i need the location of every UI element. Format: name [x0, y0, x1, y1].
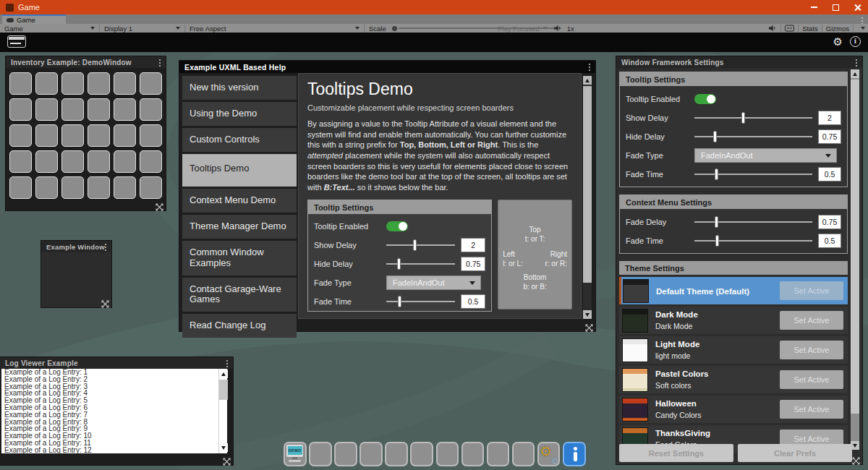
taskbar-slot[interactable] [334, 442, 357, 466]
set-active-button[interactable]: Set Active [780, 281, 843, 300]
fade-type-dropdown[interactable]: FadeInAndOut [386, 275, 481, 290]
taskbar-slot[interactable] [385, 442, 408, 466]
framework-menu-icon[interactable] [854, 58, 859, 68]
inventory-slot[interactable] [61, 150, 84, 173]
tooltip-enabled-toggle[interactable] [694, 94, 716, 104]
inventory-slot[interactable] [9, 98, 32, 121]
taskbar-slot[interactable] [512, 442, 535, 466]
inventory-slot[interactable] [61, 72, 84, 95]
gizmos-chevron-icon[interactable] [861, 27, 865, 30]
fade-type-dropdown[interactable]: FadeInAndOut [694, 148, 837, 163]
taskbar-slot[interactable] [359, 442, 383, 466]
inventory-slot[interactable] [114, 72, 136, 95]
demo-menu-button[interactable] [7, 35, 26, 48]
aspect-dropdown[interactable]: Free Aspect [185, 24, 365, 33]
resize-handle-icon[interactable] [585, 322, 593, 330]
inventory-slot[interactable] [61, 98, 84, 121]
inventory-slot[interactable] [35, 98, 58, 121]
inventory-slot[interactable] [114, 98, 136, 121]
monitor-icon[interactable] [785, 25, 794, 32]
taskbar-slot[interactable] [436, 442, 459, 466]
resize-handle-icon[interactable] [156, 201, 163, 209]
inventory-slot[interactable] [88, 98, 110, 121]
inventory-slot[interactable] [140, 98, 162, 121]
inventory-slot[interactable] [88, 176, 110, 199]
fade-time-value[interactable]: 0.5 [818, 167, 841, 181]
mute-audio-icon[interactable] [553, 25, 562, 32]
inventory-slot[interactable] [140, 72, 162, 95]
scroll-thumb[interactable] [851, 80, 859, 414]
help-scrollbar[interactable] [583, 76, 592, 319]
theme-item-default[interactable]: Default Theme (Default) Set Active [619, 277, 848, 304]
reset-settings-button[interactable]: Reset Settings [619, 444, 733, 462]
play-focused-dropdown[interactable]: Play Focused [498, 24, 562, 33]
inventory-slot[interactable] [88, 124, 110, 147]
inventory-slot[interactable] [88, 150, 110, 173]
hide-delay-slider[interactable] [694, 131, 812, 142]
inventory-slot[interactable] [35, 176, 58, 199]
menu-item-new-this-version[interactable]: New this version [182, 76, 297, 100]
help-window-header[interactable]: Example UXML Based Help [179, 61, 595, 73]
show-delay-value[interactable]: 2 [818, 111, 841, 125]
menu-item-read-change-log[interactable]: Read Change Log [182, 314, 297, 338]
inventory-slot[interactable] [35, 72, 58, 95]
menu-item-tooltips-demo[interactable]: Tooltips Demo [182, 154, 297, 187]
taskbar-slot[interactable] [410, 442, 433, 466]
scroll-up-button[interactable] [219, 369, 228, 378]
set-active-button[interactable]: Set Active [780, 400, 843, 419]
inventory-slot[interactable] [88, 72, 110, 95]
inventory-slot[interactable] [9, 176, 32, 199]
game-mode-dropdown[interactable]: Game [0, 24, 100, 33]
tab-game[interactable]: Game [2, 14, 66, 24]
scroll-down-button[interactable] [219, 443, 228, 452]
taskbar-slot[interactable] [461, 442, 485, 466]
info-button[interactable]: i [850, 36, 861, 47]
inventory-slot[interactable] [114, 176, 136, 199]
close-button[interactable] [846, 0, 868, 14]
fade-time-value[interactable]: 0.5 [818, 234, 841, 248]
menu-item-contact-garage-ware[interactable]: Contact Garage-Ware Games [182, 278, 297, 312]
log-viewer-menu-icon[interactable] [225, 359, 229, 369]
menu-item-theme-manager-demo[interactable]: Theme Manager Demo [182, 215, 297, 239]
scroll-thumb[interactable] [583, 86, 592, 283]
inventory-menu-icon[interactable] [158, 58, 162, 68]
theme-item-pastel-colors[interactable]: Pastel ColorsSoft colors Set Active [619, 366, 848, 393]
inventory-slot[interactable] [35, 150, 58, 173]
inventory-slot[interactable] [140, 124, 162, 147]
fade-time-slider[interactable] [386, 296, 455, 307]
hide-delay-value[interactable]: 0.75 [818, 129, 841, 144]
hide-delay-value[interactable]: 0.75 [461, 257, 485, 271]
set-active-button[interactable]: Set Active [780, 311, 843, 330]
menu-item-context-menu-demo[interactable]: Context Menu Demo [182, 189, 297, 213]
show-delay-slider[interactable] [386, 239, 455, 251]
example-window-menu-icon[interactable] [103, 242, 108, 252]
stats-button[interactable]: Stats [802, 25, 818, 33]
taskbar-demo-button[interactable]: DEMO [284, 442, 307, 466]
fade-time-slider[interactable] [694, 235, 812, 247]
resize-handle-icon[interactable] [223, 456, 231, 463]
scroll-up-button[interactable] [851, 69, 859, 78]
scroll-down-button[interactable] [583, 310, 592, 319]
inventory-slot[interactable] [140, 176, 162, 199]
scroll-thumb[interactable] [219, 380, 228, 400]
framework-window-header[interactable]: Window Framework Settings [616, 56, 862, 68]
fade-time-slider[interactable] [694, 168, 812, 180]
menu-item-custom-controls[interactable]: Custom Controls [182, 128, 297, 152]
scroll-down-button[interactable] [851, 441, 859, 450]
inventory-slot[interactable] [61, 124, 84, 147]
inventory-slot[interactable] [35, 124, 58, 147]
taskbar-slot[interactable] [309, 442, 332, 466]
inventory-window-header[interactable]: Inventory Example: DemoWindow [6, 56, 166, 68]
display-dropdown[interactable]: Display 1 [100, 24, 185, 33]
log-viewer-header[interactable]: Log Viewer Example [0, 357, 233, 369]
settings-gear-button[interactable]: ⚙ [833, 35, 843, 49]
hide-delay-slider[interactable] [386, 258, 455, 270]
restore-button[interactable] [825, 0, 846, 14]
set-active-button[interactable]: Set Active [780, 370, 843, 389]
resize-handle-icon[interactable] [852, 455, 860, 463]
fade-delay-slider[interactable] [694, 216, 812, 228]
gizmos-button[interactable]: Gizmos [826, 25, 849, 33]
resize-handle-icon[interactable] [101, 298, 109, 306]
theme-item-halloween[interactable]: HalloweenCandy Colors Set Active [619, 396, 848, 423]
example-window-header[interactable]: Example Window [41, 241, 111, 252]
